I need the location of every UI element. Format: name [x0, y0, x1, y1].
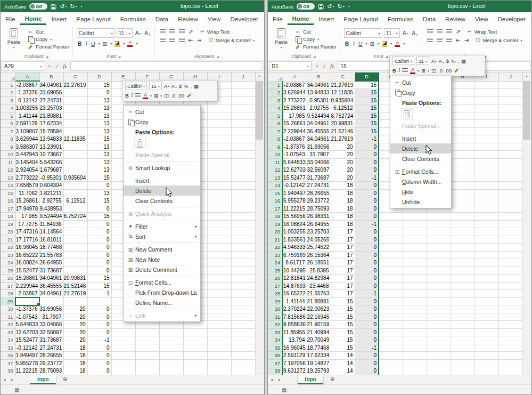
cell-I21[interactable]	[474, 236, 498, 244]
cell-A36[interactable]: 1.949497	[15, 352, 39, 360]
cell-B22[interactable]: 25.74522	[307, 244, 331, 252]
row-header-23[interactable]: 23	[1, 251, 15, 259]
cell-J30[interactable]	[498, 305, 522, 313]
cell-I14[interactable]	[207, 182, 231, 190]
format-painter-button[interactable]: Format Painter	[27, 44, 69, 50]
cell-J14[interactable]	[498, 182, 522, 190]
cell-D5[interactable]: 15	[355, 112, 379, 120]
mini-borders-icon[interactable]: ⊞	[154, 93, 158, 99]
cell-J3[interactable]	[498, 96, 522, 104]
cell-D4[interactable]: 15	[355, 104, 379, 112]
mini-italic-icon[interactable]: I	[131, 93, 133, 98]
row-header-13[interactable]: 13	[1, 174, 15, 182]
cell-A5[interactable]: 1.41144	[15, 112, 39, 120]
cell-J25[interactable]	[231, 267, 255, 275]
cell-D28[interactable]: -1	[87, 290, 111, 298]
cell-C14[interactable]: 18	[331, 182, 355, 190]
redo-button[interactable]: ↻▾	[70, 1, 77, 12]
cell-D33[interactable]: 0	[87, 328, 111, 336]
cell-D1[interactable]: 15	[87, 81, 111, 89]
cell-D26[interactable]: 0	[355, 275, 379, 283]
cell-B15[interactable]: 1.821211	[39, 189, 63, 197]
cell-C36[interactable]: 18	[63, 352, 87, 360]
cell-C12[interactable]: 20	[331, 166, 355, 174]
cell-B25[interactable]: 31.73687	[39, 267, 63, 275]
column-header-B[interactable]: B	[39, 72, 63, 81]
cell-F38[interactable]	[403, 367, 427, 375]
cell-D5[interactable]: 13	[87, 112, 111, 120]
cell-C19[interactable]: 18	[331, 220, 355, 228]
cell-J38[interactable]	[498, 367, 522, 375]
cell-C7[interactable]	[63, 127, 87, 135]
cell-C24[interactable]: 17	[331, 259, 355, 267]
vertical-scrollbar[interactable]: ▲	[254, 72, 264, 374]
cell-J36[interactable]	[498, 352, 522, 360]
cell-A11[interactable]: 5.644833	[283, 158, 307, 166]
cell-J17[interactable]	[498, 205, 522, 213]
cell-I17[interactable]	[207, 205, 231, 213]
cell-B29[interactable]: 21.80881	[307, 297, 331, 305]
cell-J7[interactable]	[498, 127, 522, 135]
cell-E36[interactable]	[379, 352, 403, 360]
row-header-17[interactable]: 17	[1, 205, 15, 213]
ribbon-tab-insert[interactable]: Insert	[46, 14, 71, 25]
cell-E33[interactable]	[379, 328, 403, 336]
cell-D9[interactable]: 13	[87, 143, 111, 151]
cell-B21[interactable]: 24.05265	[307, 236, 331, 244]
cell-C22[interactable]: 17	[331, 244, 355, 252]
cell-H28[interactable]	[451, 290, 474, 298]
cell-J26[interactable]	[231, 275, 255, 283]
cell-E34[interactable]	[111, 336, 135, 344]
column-header-D[interactable]: D	[87, 72, 111, 81]
cell-H37[interactable]	[451, 359, 474, 367]
cell-C20[interactable]: 17	[331, 228, 355, 236]
cell-I13[interactable]	[474, 174, 498, 182]
cell-E31[interactable]	[379, 313, 403, 321]
name-box[interactable]: A29 ▾	[2, 61, 44, 71]
cell-G28[interactable]	[427, 290, 451, 298]
cell-B9[interactable]: 13.23901	[39, 143, 63, 151]
qat-customize-button[interactable]: ▾	[348, 1, 350, 12]
cell-C14[interactable]	[63, 182, 87, 190]
cell-D11[interactable]: 0	[355, 158, 379, 166]
cell-J2[interactable]	[498, 89, 522, 97]
increase-font-size-button[interactable]: A▴	[134, 30, 142, 36]
cell-F28[interactable]	[403, 290, 427, 298]
row-header-35[interactable]: 35	[1, 344, 15, 352]
cell-D33[interactable]: 0	[355, 328, 379, 336]
cell-D16[interactable]: 0	[355, 197, 379, 205]
cell-I36[interactable]	[474, 352, 498, 360]
cell-I1[interactable]	[474, 81, 498, 89]
cell-C31[interactable]: 20	[63, 313, 87, 321]
increase-font-size-button[interactable]: A▴	[402, 30, 410, 36]
row-header-34[interactable]: 34	[1, 336, 15, 344]
cell-J7[interactable]	[231, 127, 255, 135]
cell-H37[interactable]	[183, 359, 207, 367]
cell-I31[interactable]	[207, 313, 231, 321]
cell-E38[interactable]	[379, 367, 403, 375]
cell-E21[interactable]	[379, 236, 403, 244]
cell-J30[interactable]	[231, 305, 255, 313]
cell-A17[interactable]: 11.22215	[283, 205, 307, 213]
align-top-button[interactable]	[159, 29, 167, 34]
cell-C4[interactable]	[63, 104, 87, 112]
cell-A12[interactable]: 12.62703	[283, 166, 307, 174]
underline-button[interactable]: U	[90, 41, 96, 47]
decrease-decimal-icon[interactable]: .0	[438, 68, 443, 74]
cell-D38[interactable]: 0	[355, 367, 379, 375]
cell-C33[interactable]: 15	[331, 328, 355, 336]
borders-button[interactable]: ⊞	[369, 41, 376, 47]
scrollbar-thumb[interactable]	[523, 81, 530, 140]
cell-F24[interactable]	[403, 259, 427, 267]
cell-B22[interactable]: 18.77468	[39, 244, 63, 252]
cell-A25[interactable]: 15.52477	[15, 267, 39, 275]
cell-J4[interactable]	[231, 104, 255, 112]
mini-italic-icon[interactable]: I	[398, 68, 400, 73]
cell-C11[interactable]: 20	[331, 158, 355, 166]
row-header-38[interactable]: 38	[268, 367, 283, 375]
wrap-text-button[interactable]: ↩Wrap Text	[199, 29, 230, 35]
select-all-corner[interactable]	[1, 72, 15, 81]
menu-item-unhide[interactable]: Unhide	[390, 197, 451, 207]
cell-D32[interactable]: 0	[87, 321, 111, 329]
row-header-25[interactable]: 25	[268, 267, 283, 275]
